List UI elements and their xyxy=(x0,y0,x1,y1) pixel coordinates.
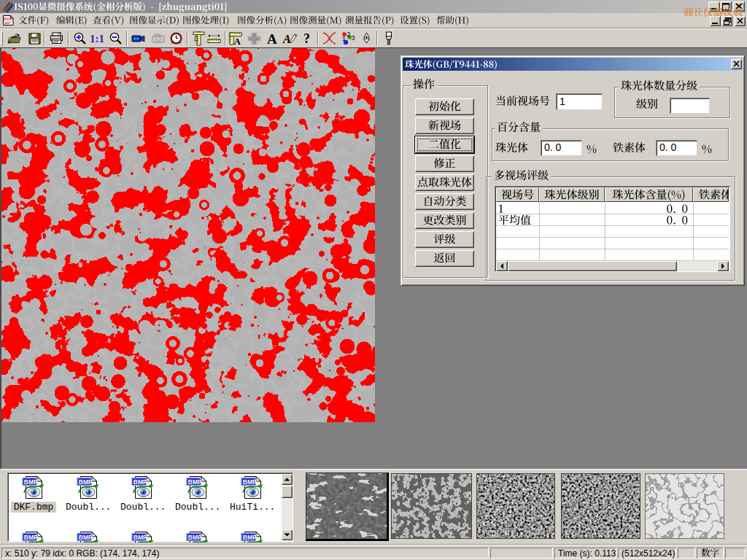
svg-text:BMP: BMP xyxy=(79,478,93,486)
svg-text:BMP: BMP xyxy=(79,534,93,541)
svg-text:BMP: BMP xyxy=(188,534,202,541)
svg-text:BMP: BMP xyxy=(243,534,257,541)
svg-text:BMP: BMP xyxy=(133,478,147,486)
svg-text:BMP: BMP xyxy=(24,534,38,541)
svg-text:BMP: BMP xyxy=(133,534,147,541)
svg-text:BMP: BMP xyxy=(243,478,257,486)
svg-text:BMP: BMP xyxy=(188,478,202,486)
svg-text:BMP: BMP xyxy=(24,478,38,486)
